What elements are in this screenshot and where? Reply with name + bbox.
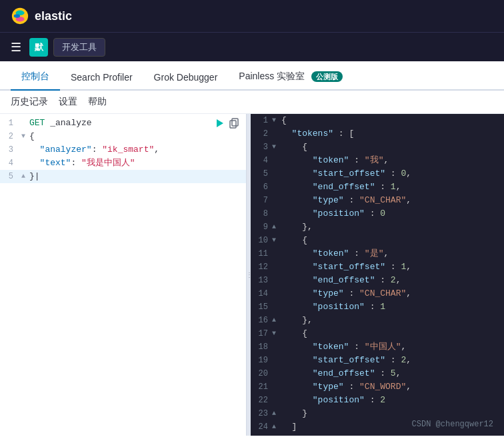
tab-nav: 控制台 Search Profiler Grok Debugger Painle… bbox=[0, 61, 504, 91]
json-line-13: 13 "end_offset" : 2, bbox=[251, 274, 504, 287]
json-line-5: 5 "start_offset" : 0, bbox=[251, 167, 504, 181]
json-line-3: 3 ▼ { bbox=[251, 141, 504, 154]
json-line-18: 18 "token" : "中国人", bbox=[251, 340, 504, 354]
svg-rect-5 bbox=[230, 121, 236, 128]
avatar-button[interactable]: 默 bbox=[29, 38, 48, 57]
sub-menu: 历史记录 设置 帮助 bbox=[0, 91, 504, 114]
json-line-20: 20 "end_offset" : 5, bbox=[251, 367, 504, 380]
editor-actions bbox=[214, 118, 239, 129]
line-code-1: GET _analyze bbox=[28, 117, 246, 130]
copy-button[interactable] bbox=[229, 118, 239, 129]
svg-point-3 bbox=[14, 14, 20, 18]
elastic-logo: elastic bbox=[11, 7, 72, 25]
json-line-11: 11 "token" : "是", bbox=[251, 247, 504, 260]
json-line-2: 2 "tokens" : [ bbox=[251, 127, 504, 141]
settings-menu-item[interactable]: 设置 bbox=[59, 96, 77, 108]
editor-line-4: 4 "text": "我是中国人" bbox=[0, 157, 246, 170]
line-code-2: { bbox=[28, 130, 246, 143]
svg-rect-6 bbox=[232, 119, 238, 126]
watermark: CSDN @chengqwer12 bbox=[412, 420, 493, 429]
json-line-22: 22 "position" : 2 bbox=[251, 394, 504, 407]
json-line-23: 23 ▲ } bbox=[251, 407, 504, 420]
help-menu-item[interactable]: 帮助 bbox=[88, 96, 107, 108]
json-line-17: 17 ▼ { bbox=[251, 327, 504, 340]
line-num-2: 2 bbox=[0, 130, 19, 143]
json-line-4: 4 "token" : "我", bbox=[251, 154, 504, 167]
brand-label: elastic bbox=[35, 9, 72, 23]
left-pane: 1 GET _analyze 2 ▼ { 3 "analyzer": "ik_s… bbox=[0, 114, 247, 436]
svg-marker-4 bbox=[217, 119, 223, 127]
json-line-10: 10 ▼ { bbox=[251, 234, 504, 247]
right-pane: 1 ▼ { 2 "tokens" : [ 3 ▼ { 4 "token" : "… bbox=[251, 114, 504, 436]
line-fold-2[interactable]: ▼ bbox=[19, 130, 28, 143]
dev-tools-button[interactable]: 开发工具 bbox=[53, 38, 105, 57]
line-num-1: 1 bbox=[0, 117, 19, 130]
hamburger-button[interactable]: ☰ bbox=[8, 37, 24, 57]
editor-line-2: 2 ▼ { bbox=[0, 130, 246, 143]
line-code-4: "text": "我是中国人" bbox=[28, 157, 246, 170]
json-line-14: 14 "type" : "CN_CHAR", bbox=[251, 287, 504, 300]
json-line-12: 12 "start_offset" : 1, bbox=[251, 260, 504, 274]
json-line-7: 7 "type" : "CN_CHAR", bbox=[251, 194, 504, 207]
tab-search-profiler[interactable]: Search Profiler bbox=[60, 65, 143, 91]
top-bar: elastic bbox=[0, 0, 504, 32]
json-line-9: 9 ▲ }, bbox=[251, 220, 504, 234]
json-line-15: 15 "position" : 1 bbox=[251, 300, 504, 314]
editor-line-5: 5 ▲ }| bbox=[0, 170, 246, 183]
elastic-logo-icon bbox=[11, 7, 29, 25]
json-line-1: 1 ▼ { bbox=[251, 114, 504, 127]
json-line-8: 8 "position" : 0 bbox=[251, 207, 504, 220]
line-code-3: "analyzer": "ik_smart", bbox=[28, 143, 246, 157]
json-line-6: 6 "end_offset" : 1, bbox=[251, 181, 504, 194]
history-menu-item[interactable]: 历史记录 bbox=[11, 96, 48, 108]
json-line-19: 19 "start_offset" : 2, bbox=[251, 354, 504, 367]
editor-line-1: 1 GET _analyze bbox=[0, 117, 246, 130]
tab-painless[interactable]: Painless 实验室 公测版 bbox=[228, 64, 353, 91]
line-num-3: 3 bbox=[0, 143, 19, 157]
main-content: 1 GET _analyze 2 ▼ { 3 "analyzer": "ik_s… bbox=[0, 114, 504, 436]
editor-line-3: 3 "analyzer": "ik_smart", bbox=[0, 143, 246, 157]
second-bar: ☰ 默 开发工具 bbox=[0, 32, 504, 61]
play-button[interactable] bbox=[214, 118, 225, 129]
left-editor[interactable]: 1 GET _analyze 2 ▼ { 3 "analyzer": "ik_s… bbox=[0, 114, 246, 436]
json-line-16: 16 ▲ }, bbox=[251, 314, 504, 327]
line-code-5: }| bbox=[28, 170, 246, 183]
line-num-4: 4 bbox=[0, 157, 19, 170]
json-line-25: 25 ▲ } bbox=[251, 434, 504, 436]
tab-console[interactable]: 控制台 bbox=[11, 64, 60, 91]
tab-grok-debugger[interactable]: Grok Debugger bbox=[143, 65, 229, 91]
painless-badge: 公测版 bbox=[311, 71, 343, 82]
json-line-21: 21 "type" : "CN_WORD", bbox=[251, 380, 504, 394]
line-num-5: 5 bbox=[0, 170, 19, 183]
line-fold-5[interactable]: ▲ bbox=[19, 170, 28, 183]
